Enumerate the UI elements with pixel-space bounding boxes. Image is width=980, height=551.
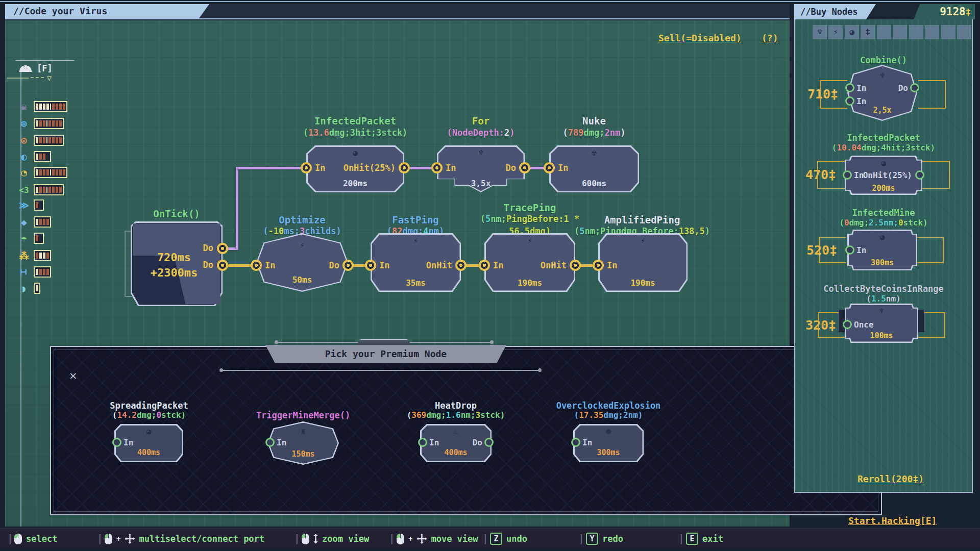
toolbar-separator: | (482, 533, 488, 544)
circuit-icon: ♆ (845, 306, 918, 316)
port-in[interactable] (593, 260, 604, 271)
buy-tab-lightning-icon[interactable]: ⚡ (828, 25, 843, 39)
port-in[interactable] (431, 162, 443, 173)
stat-bar (34, 250, 51, 261)
bar-segment (36, 120, 38, 127)
premium-sub-spreadingpacket: (14.2dmg;0stck) (112, 410, 186, 420)
port-do-1[interactable] (217, 243, 228, 254)
node-optimize[interactable]: ⚡ 50ms In Do (256, 233, 348, 292)
buy-tab-empty[interactable] (877, 25, 891, 39)
port-onhit[interactable] (455, 260, 467, 271)
port-onhit[interactable] (915, 170, 924, 180)
stat-bar (34, 135, 64, 146)
port-in[interactable] (479, 260, 490, 271)
node-amplifiedping[interactable]: ⚡ 190ms In (598, 233, 688, 292)
reroll-button[interactable]: Reroll(200‡) (857, 473, 924, 484)
buy-node-infectedpacket[interactable]: ◕ In OnHit(25%) 200ms (845, 156, 922, 195)
premium-node-spreadingpacket[interactable]: ◕ 400ms In (114, 424, 183, 462)
bar-segment (43, 219, 45, 225)
sub-part: 789 (568, 128, 584, 138)
sub-part: 0 (844, 218, 849, 228)
bar-segment (46, 169, 49, 176)
dropdown-triangle-icon[interactable]: ▽ (47, 73, 52, 83)
port-label: In (856, 245, 866, 255)
node-timer: 400ms (420, 448, 492, 457)
bone-icon: ⌶ (18, 265, 30, 279)
bar-segment (39, 235, 42, 241)
port-in[interactable] (845, 245, 854, 255)
node-title-amplifiedping: AmplifiedPing (604, 214, 680, 226)
node-traceping[interactable]: ⚡ 190ms In OnHit (484, 233, 575, 292)
page-title: //Code your Virus (5, 4, 209, 18)
premium-node-triggerminemerge[interactable]: ♜ 150ms In (267, 421, 339, 465)
node-timer: 100ms (845, 331, 918, 340)
buy-tab-currency-icon[interactable]: ‡ (861, 25, 875, 39)
lightning-icon: ⚡ (484, 236, 575, 245)
deco-dot (490, 340, 494, 344)
port-once[interactable] (843, 320, 852, 329)
port-in[interactable] (365, 260, 376, 271)
sub-part: 2nm (604, 128, 620, 138)
sell-toggle-link[interactable]: Sell(=Disabled) (658, 33, 742, 43)
window-top-accent (0, 1, 980, 2)
sub-part: dmg; (137, 410, 157, 420)
premium-node-heatdrop[interactable]: ♨ 400ms In Do (420, 424, 492, 462)
mouse-left-icon (105, 534, 112, 544)
port-in[interactable] (265, 438, 275, 447)
port-in[interactable] (112, 438, 121, 447)
buy-tab-empty[interactable] (941, 25, 955, 39)
port-in[interactable] (571, 438, 580, 447)
port-in[interactable] (418, 438, 427, 447)
port-label: OnHit (541, 260, 567, 270)
port-do[interactable] (342, 260, 354, 271)
start-hacking-button[interactable]: Start.Hacking[E] (848, 515, 937, 526)
sub-part: 0 (156, 410, 161, 420)
help-link[interactable]: (?) (762, 33, 778, 43)
deco-dot (219, 368, 223, 372)
banner-ornament (355, 339, 412, 346)
sub-part: 3 (476, 410, 481, 420)
port-in[interactable] (843, 170, 852, 180)
premium-node-overclockedexplosion[interactable]: ⊛ 300ms In (573, 424, 644, 462)
buy-node-collectbytecoins[interactable]: ♆ Once 100ms (845, 304, 918, 343)
node-for[interactable]: ♆ 3,5x In Do (437, 145, 525, 192)
port-in[interactable] (544, 162, 555, 173)
bar-segment (43, 120, 45, 127)
port-onhit[interactable] (399, 162, 410, 173)
buy-node-combine[interactable]: ♆ In In Do 2,5x (847, 65, 917, 121)
port-in[interactable] (251, 260, 262, 271)
port-in-2[interactable] (845, 96, 854, 106)
node-ontick[interactable]: 720ms +2300ms Do Do (131, 221, 223, 306)
sub-part: 10.04 (837, 143, 861, 153)
buy-tab-empty[interactable] (893, 25, 907, 39)
node-sub-infectedpacket: (13.6dmg;3hit;3stck) (303, 128, 408, 138)
bar-segment (36, 104, 38, 110)
mouse-left-icon (397, 534, 404, 544)
buy-tab-packet-icon[interactable]: ◕ (845, 25, 859, 39)
port-do[interactable] (484, 438, 494, 447)
stat-bar (34, 151, 51, 162)
node-title-ontick: OnTick() (153, 208, 200, 219)
hint-label: redo (602, 534, 623, 544)
buy-tab-empty[interactable] (925, 25, 939, 39)
bar-segment (59, 187, 62, 193)
bar-segment (52, 104, 55, 110)
port-in[interactable] (301, 162, 312, 173)
port-do[interactable] (910, 83, 919, 92)
node-infectedpacket[interactable]: ◕ 200ms In OnHit(25%) (306, 145, 404, 192)
lightning-icon: ⚡ (598, 236, 688, 245)
buy-tab-empty[interactable] (909, 25, 923, 39)
buy-node-infectedmine[interactable]: ◕ In 300ms (847, 230, 917, 270)
buy-tab-empty[interactable] (957, 25, 971, 39)
node-nuke[interactable]: ☢ 600ms In (549, 145, 639, 192)
node-fastping[interactable]: ⚡ 35ms In OnHit (371, 233, 461, 292)
port-in-1[interactable] (845, 83, 854, 92)
premium-sub-overclockedexplosion: (17.35dmg;2nm) (574, 410, 643, 420)
stat-row-target: ⊕ (17, 118, 64, 129)
diamond-icon: ◆ (17, 216, 31, 228)
port-do[interactable] (519, 162, 530, 173)
buy-tab-combine-icon[interactable]: ♆ (813, 25, 827, 39)
port-do-2[interactable] (217, 260, 228, 271)
bar-segment (43, 104, 45, 110)
port-onhit[interactable] (570, 260, 581, 271)
